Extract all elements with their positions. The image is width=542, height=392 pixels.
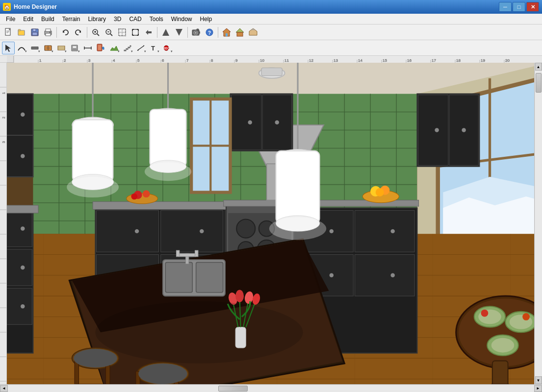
zoom-in-button[interactable] [89,26,102,39]
scroll-thumb-horizontal[interactable] [218,386,248,392]
scroll-thumb-vertical[interactable] [536,73,542,93]
house-overview-button[interactable] [233,26,246,39]
sep-3 [157,27,157,38]
measure-tool[interactable] [81,42,94,54]
svg-marker-34 [146,30,152,35]
svg-text:13: 13 [334,58,338,63]
svg-point-242 [275,120,279,124]
svg-text:12: 12 [309,58,313,63]
svg-rect-293 [276,151,320,223]
redo-button[interactable] [72,26,85,39]
svg-text:19: 19 [481,58,485,63]
undo-button[interactable] [59,26,72,39]
minimize-button[interactable]: ─ [499,2,512,12]
svg-rect-239 [232,95,261,150]
svg-rect-47 [237,32,243,36]
svg-point-280 [138,364,187,384]
menu-tools[interactable]: Tools [146,15,167,24]
save-button[interactable] [28,26,41,39]
svg-rect-8 [32,32,37,35]
zoom-prev-button[interactable] [142,26,155,39]
svg-rect-25 [132,29,138,35]
menu-terrain[interactable]: Terrain [58,15,84,24]
svg-point-63 [74,49,76,50]
select-tool[interactable] [2,42,15,54]
zoom-fit-button[interactable] [129,26,142,39]
polyline-tool[interactable] [15,42,28,54]
svg-text:8: 8 [211,58,213,63]
new-button[interactable] [2,26,15,39]
zoom-window-button[interactable] [116,26,129,39]
toolbar-1: ? [0,24,542,40]
appliance-tool[interactable] [68,42,81,54]
svg-point-211 [131,194,137,200]
svg-rect-195 [7,288,32,324]
close-button[interactable]: ✕ [526,2,539,12]
wall-tool[interactable] [28,42,41,54]
print-button[interactable] [42,26,54,39]
floor-tool[interactable] [55,42,68,54]
menu-file[interactable]: File [2,15,19,24]
svg-point-216 [390,229,394,233]
house-front-button[interactable] [220,26,233,39]
scroll-right-button[interactable]: ► [534,385,542,392]
maximize-button[interactable]: □ [513,2,525,12]
svg-point-223 [236,220,255,238]
svg-text:9: 9 [235,58,238,63]
svg-point-285 [67,177,119,197]
menu-build[interactable]: Build [37,15,58,24]
scroll-track-horizontal[interactable] [8,385,534,392]
svg-rect-61 [73,46,77,48]
record-button[interactable]: REC [161,42,174,54]
stair-tool[interactable] [121,42,134,54]
menu-cad[interactable]: CAD [125,15,145,24]
menu-3d[interactable]: 3D [110,15,125,24]
zoom-out-button[interactable] [103,26,115,39]
menu-help[interactable]: Help [196,15,216,24]
up-arrow-button[interactable] [159,26,172,39]
help-button[interactable]: ? [203,26,216,39]
menu-edit[interactable]: Edit [19,15,37,24]
svg-rect-197 [7,205,38,213]
sep-5 [218,27,218,38]
toolbar-2: T REC [0,40,542,56]
svg-text:18: 18 [456,58,461,63]
svg-rect-122 [0,63,7,384]
canvas-3d[interactable] [7,63,534,384]
scrollbar-bottom[interactable]: ◄ ► [0,384,542,392]
menu-library[interactable]: Library [84,15,110,24]
dimension-tool[interactable] [134,42,147,54]
svg-rect-207 [93,202,228,210]
svg-text:4: 4 [113,58,115,63]
svg-marker-36 [176,29,182,36]
window-controls: ─ □ ✕ [499,2,539,12]
down-arrow-button[interactable] [173,26,185,39]
svg-rect-191 [7,211,32,247]
sep-2 [87,27,87,38]
scrollbar-right[interactable]: ▲ ▼ [534,63,542,384]
svg-point-12 [50,31,51,32]
svg-text:3: 3 [88,58,91,63]
menu-window[interactable]: Window [167,15,196,24]
svg-rect-73 [130,46,131,47]
menu-bar: File Edit Build Terrain Library 3D CAD T… [0,14,542,24]
svg-rect-259 [178,253,197,256]
scroll-up-button[interactable]: ▲ [535,63,542,71]
svg-text:2: 2 [2,117,5,119]
camera3d-button[interactable] [190,26,203,39]
cabinet-tool[interactable] [42,42,54,54]
ruler-left: 1 2 3 [0,63,7,384]
open-button[interactable] [15,26,28,39]
svg-point-214 [330,229,334,233]
horizontal-ruler: 1 2 3 4 5 6 7 8 9 10 11 12 13 14 15 16 1… [14,56,542,63]
house-perspective-button[interactable] [247,26,259,39]
scroll-down-button[interactable]: ▼ [535,376,542,384]
terrain-brush-tool[interactable] [108,42,121,54]
scroll-left-button[interactable]: ◄ [0,385,8,392]
material-tool[interactable] [95,42,107,54]
scroll-track-vertical[interactable] [535,71,542,376]
svg-marker-46 [236,28,244,32]
text-tool[interactable]: T [148,42,160,54]
svg-rect-201 [161,211,223,252]
svg-point-295 [269,217,326,240]
